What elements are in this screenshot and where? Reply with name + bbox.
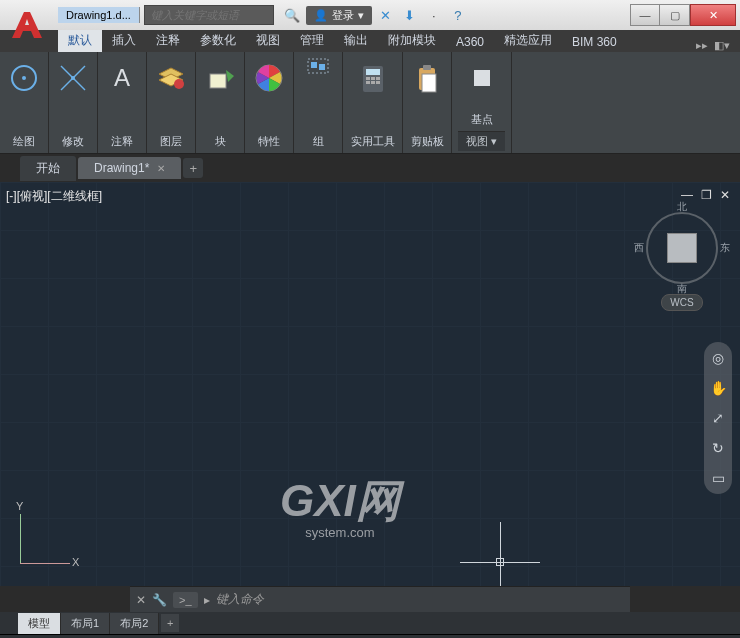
text-icon[interactable]: A bbox=[104, 60, 140, 96]
tab-default[interactable]: 默认 bbox=[58, 29, 102, 52]
viewport-label[interactable]: [-][俯视][二维线框] bbox=[6, 188, 102, 205]
doc-tab-start[interactable]: 开始 bbox=[20, 156, 76, 181]
steering-wheel-icon[interactable]: ◎ bbox=[708, 348, 728, 368]
block-icon[interactable] bbox=[202, 60, 238, 96]
customize-icon[interactable]: 🔧 bbox=[152, 593, 167, 607]
panel-view-footer[interactable]: 视图 ▾ bbox=[458, 131, 505, 151]
panel-utilities[interactable]: 实用工具 bbox=[343, 52, 403, 153]
command-input[interactable]: 键入命令 bbox=[216, 591, 624, 608]
chevron-icon: ▸ bbox=[204, 593, 210, 607]
svg-rect-11 bbox=[319, 64, 325, 70]
showmotion-icon[interactable]: ▭ bbox=[708, 468, 728, 488]
group-icon[interactable] bbox=[300, 56, 336, 76]
close-button[interactable]: ✕ bbox=[690, 4, 736, 26]
properties-icon[interactable] bbox=[251, 60, 287, 96]
tab-output[interactable]: 输出 bbox=[334, 29, 378, 52]
panel-group[interactable]: 组 bbox=[294, 52, 343, 153]
add-layout-button[interactable]: + bbox=[161, 614, 179, 632]
title-bar: Drawing1.d... 🔍 👤 登录 ▾ ✕ ⬇ · ? — ▢ ✕ bbox=[0, 0, 740, 30]
minimize-button[interactable]: — bbox=[630, 4, 660, 26]
maximize-button[interactable]: ▢ bbox=[660, 4, 690, 26]
doc-tab-drawing1[interactable]: Drawing1* ✕ bbox=[78, 157, 181, 179]
ribbon: 绘图 修改 A 注释 图层 块 特性 组 实用工具 剪贴板 基点 视图 ▾ bbox=[0, 52, 740, 154]
tab-bim360[interactable]: BIM 360 bbox=[562, 32, 627, 52]
close-icon[interactable]: ✕ bbox=[157, 163, 165, 174]
layers-icon[interactable] bbox=[153, 60, 189, 96]
navigation-bar: ◎ ✋ ⤢ ↻ ▭ bbox=[704, 342, 732, 494]
tab-annotate[interactable]: 注释 bbox=[146, 29, 190, 52]
svg-point-6 bbox=[174, 79, 184, 89]
tab-a360[interactable]: A360 bbox=[446, 32, 494, 52]
wcs-badge[interactable]: WCS bbox=[661, 294, 702, 311]
panel-annotate[interactable]: A 注释 bbox=[98, 52, 147, 153]
exchange-icon[interactable]: ✕ bbox=[376, 5, 396, 25]
close-viewport-button[interactable]: ✕ bbox=[720, 188, 730, 202]
svg-rect-14 bbox=[366, 77, 370, 80]
clipboard-icon[interactable] bbox=[409, 60, 445, 96]
search-input[interactable] bbox=[144, 5, 274, 25]
login-label: 登录 bbox=[332, 8, 354, 23]
panel-properties[interactable]: 特性 bbox=[245, 52, 294, 153]
zoom-icon[interactable]: ⤢ bbox=[708, 408, 728, 428]
command-prompt-icon[interactable]: >_ bbox=[173, 592, 198, 608]
circle-icon[interactable] bbox=[6, 60, 42, 96]
panel-draw[interactable]: 绘图 bbox=[0, 52, 49, 153]
panel-modify-label: 修改 bbox=[62, 134, 84, 151]
modify-icon[interactable] bbox=[55, 60, 91, 96]
viewcube[interactable]: 北 南 东 西 WCS bbox=[642, 212, 722, 312]
panel-properties-label: 特性 bbox=[258, 134, 280, 151]
compass-east[interactable]: 东 bbox=[720, 241, 730, 255]
panel-clipboard[interactable]: 剪贴板 bbox=[403, 52, 452, 153]
compass-south[interactable]: 南 bbox=[677, 282, 687, 296]
svg-text:A: A bbox=[114, 64, 130, 91]
login-button[interactable]: 👤 登录 ▾ bbox=[306, 6, 372, 25]
panel-utilities-label: 实用工具 bbox=[351, 134, 395, 151]
panel-block[interactable]: 块 bbox=[196, 52, 245, 153]
tab-manage[interactable]: 管理 bbox=[290, 29, 334, 52]
panel-draw-label: 绘图 bbox=[13, 134, 35, 151]
orbit-icon[interactable]: ↻ bbox=[708, 438, 728, 458]
app-logo[interactable] bbox=[2, 2, 50, 50]
tab-insert[interactable]: 插入 bbox=[102, 29, 146, 52]
ribbon-overflow-icon[interactable]: ▸▸ bbox=[696, 39, 708, 52]
ribbon-collapse-icon[interactable]: ◧▾ bbox=[714, 39, 730, 52]
compass-north[interactable]: 北 bbox=[677, 200, 687, 214]
window-controls: — ▢ ✕ bbox=[630, 4, 736, 26]
svg-rect-13 bbox=[366, 69, 380, 75]
restore-viewport-button[interactable]: ❐ bbox=[701, 188, 712, 202]
sep: · bbox=[424, 5, 444, 25]
panel-annotate-label: 注释 bbox=[111, 134, 133, 151]
basepoint-icon[interactable] bbox=[464, 60, 500, 96]
app-store-icon[interactable]: ⬇ bbox=[400, 5, 420, 25]
pan-icon[interactable]: ✋ bbox=[708, 378, 728, 398]
panel-clipboard-label: 剪贴板 bbox=[411, 134, 444, 151]
grid bbox=[0, 182, 740, 586]
binoculars-icon[interactable]: 🔍 bbox=[282, 5, 302, 25]
add-tab-button[interactable]: + bbox=[183, 158, 203, 178]
tab-parametric[interactable]: 参数化 bbox=[190, 29, 246, 52]
calculator-icon[interactable] bbox=[355, 60, 391, 96]
viewcube-face[interactable] bbox=[667, 233, 697, 263]
svg-rect-22 bbox=[422, 74, 436, 92]
svg-point-4 bbox=[71, 76, 75, 80]
panel-view[interactable]: 基点 视图 ▾ bbox=[452, 52, 512, 153]
tab-layout1[interactable]: 布局1 bbox=[61, 613, 110, 634]
command-line[interactable]: ✕ 🔧 >_ ▸ 键入命令 bbox=[130, 586, 630, 612]
title-toolbar: 🔍 👤 登录 ▾ ✕ ⬇ · ? bbox=[282, 5, 468, 25]
tab-addins[interactable]: 附加模块 bbox=[378, 29, 446, 52]
panel-modify[interactable]: 修改 bbox=[49, 52, 98, 153]
help-icon[interactable]: ? bbox=[448, 5, 468, 25]
compass-west[interactable]: 西 bbox=[634, 241, 644, 255]
panel-layers[interactable]: 图层 bbox=[147, 52, 196, 153]
canvas-window-controls: — ❐ ✕ bbox=[681, 188, 730, 202]
svg-point-1 bbox=[22, 76, 26, 80]
ucs-y-label: Y bbox=[16, 500, 23, 512]
viewcube-compass[interactable]: 北 南 东 西 bbox=[646, 212, 718, 284]
close-icon[interactable]: ✕ bbox=[136, 593, 146, 607]
tab-model[interactable]: 模型 bbox=[18, 613, 61, 634]
drawing-canvas[interactable]: [-][俯视][二维线框] — ❐ ✕ 北 南 东 西 WCS ◎ ✋ ⤢ ↻ … bbox=[0, 182, 740, 586]
tab-layout2[interactable]: 布局2 bbox=[110, 613, 159, 634]
tab-view[interactable]: 视图 bbox=[246, 29, 290, 52]
tab-featured[interactable]: 精选应用 bbox=[494, 29, 562, 52]
title-doc-label[interactable]: Drawing1.d... bbox=[58, 7, 140, 23]
